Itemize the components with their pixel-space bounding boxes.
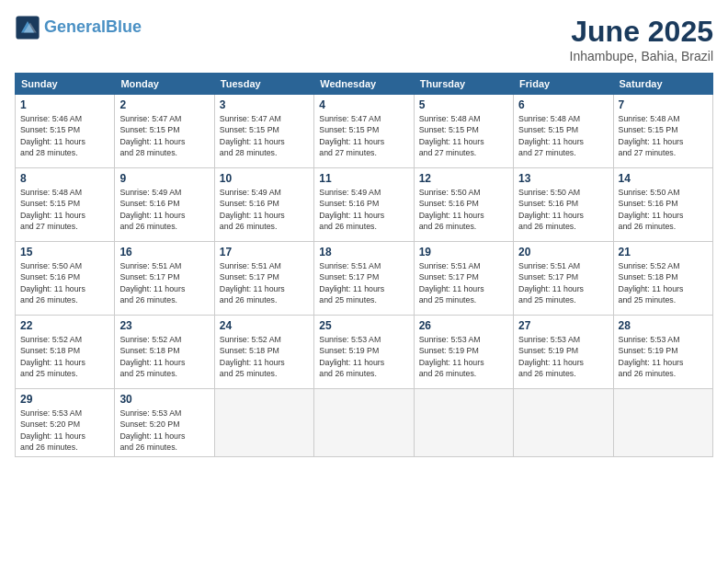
calendar-cell: 24Sunrise: 5:52 AM Sunset: 5:18 PM Dayli… xyxy=(214,316,313,389)
day-info: Sunrise: 5:48 AM Sunset: 5:15 PM Dayligh… xyxy=(20,187,109,232)
day-info: Sunrise: 5:51 AM Sunset: 5:17 PM Dayligh… xyxy=(119,260,209,305)
day-number: 20 xyxy=(518,246,608,259)
calendar-cell: 27Sunrise: 5:53 AM Sunset: 5:19 PM Dayli… xyxy=(514,316,613,389)
week-row-4: 22Sunrise: 5:52 AM Sunset: 5:18 PM Dayli… xyxy=(16,316,713,389)
calendar-cell: 4Sunrise: 5:47 AM Sunset: 5:15 PM Daylig… xyxy=(314,95,414,168)
day-number: 10 xyxy=(220,172,309,185)
day-info: Sunrise: 5:48 AM Sunset: 5:15 PM Dayligh… xyxy=(619,113,708,158)
col-header-saturday: Saturday xyxy=(613,74,712,95)
day-info: Sunrise: 5:53 AM Sunset: 5:20 PM Dayligh… xyxy=(20,408,109,453)
day-number: 26 xyxy=(419,319,508,332)
day-info: Sunrise: 5:49 AM Sunset: 5:16 PM Dayligh… xyxy=(220,187,309,232)
day-number: 16 xyxy=(119,246,209,259)
calendar-cell: 8Sunrise: 5:48 AM Sunset: 5:15 PM Daylig… xyxy=(16,168,115,242)
day-number: 19 xyxy=(419,246,508,259)
col-header-friday: Friday xyxy=(514,74,613,95)
calendar-cell xyxy=(514,389,613,457)
logo-line2: Blue xyxy=(106,17,142,36)
day-number: 24 xyxy=(220,319,309,332)
location: Inhambupe, Bahia, Brazil xyxy=(570,49,713,63)
calendar-cell: 30Sunrise: 5:53 AM Sunset: 5:20 PM Dayli… xyxy=(115,389,214,457)
col-header-tuesday: Tuesday xyxy=(214,74,313,95)
day-info: Sunrise: 5:51 AM Sunset: 5:17 PM Dayligh… xyxy=(220,260,309,305)
day-info: Sunrise: 5:50 AM Sunset: 5:16 PM Dayligh… xyxy=(419,187,508,232)
day-number: 23 xyxy=(119,319,209,332)
day-info: Sunrise: 5:51 AM Sunset: 5:17 PM Dayligh… xyxy=(319,260,408,305)
day-number: 1 xyxy=(20,98,109,111)
calendar: SundayMondayTuesdayWednesdayThursdayFrid… xyxy=(15,73,713,457)
col-header-monday: Monday xyxy=(115,74,214,95)
day-number: 29 xyxy=(20,393,109,406)
day-number: 17 xyxy=(220,246,309,259)
day-info: Sunrise: 5:52 AM Sunset: 5:18 PM Dayligh… xyxy=(220,334,309,379)
day-info: Sunrise: 5:52 AM Sunset: 5:18 PM Dayligh… xyxy=(119,334,209,379)
day-number: 11 xyxy=(319,172,408,185)
day-number: 28 xyxy=(619,319,708,332)
day-number: 25 xyxy=(319,319,408,332)
title-block: June 2025 Inhambupe, Bahia, Brazil xyxy=(570,15,713,63)
calendar-cell: 1Sunrise: 5:46 AM Sunset: 5:15 PM Daylig… xyxy=(16,95,115,168)
page: GeneralBlue June 2025 Inhambupe, Bahia, … xyxy=(0,0,728,563)
day-number: 21 xyxy=(619,246,708,259)
calendar-cell: 13Sunrise: 5:50 AM Sunset: 5:16 PM Dayli… xyxy=(514,168,613,242)
day-info: Sunrise: 5:52 AM Sunset: 5:18 PM Dayligh… xyxy=(619,260,708,305)
calendar-cell xyxy=(613,389,712,457)
day-info: Sunrise: 5:53 AM Sunset: 5:19 PM Dayligh… xyxy=(518,334,608,379)
col-header-thursday: Thursday xyxy=(414,74,513,95)
day-info: Sunrise: 5:52 AM Sunset: 5:18 PM Dayligh… xyxy=(20,334,109,379)
calendar-cell: 26Sunrise: 5:53 AM Sunset: 5:19 PM Dayli… xyxy=(414,316,513,389)
calendar-header-row: SundayMondayTuesdayWednesdayThursdayFrid… xyxy=(16,74,713,95)
day-info: Sunrise: 5:51 AM Sunset: 5:17 PM Dayligh… xyxy=(419,260,508,305)
calendar-cell: 14Sunrise: 5:50 AM Sunset: 5:16 PM Dayli… xyxy=(613,168,712,242)
day-info: Sunrise: 5:49 AM Sunset: 5:16 PM Dayligh… xyxy=(119,187,209,232)
calendar-cell: 28Sunrise: 5:53 AM Sunset: 5:19 PM Dayli… xyxy=(613,316,712,389)
calendar-cell: 3Sunrise: 5:47 AM Sunset: 5:15 PM Daylig… xyxy=(214,95,313,168)
day-number: 12 xyxy=(419,172,508,185)
week-row-5: 29Sunrise: 5:53 AM Sunset: 5:20 PM Dayli… xyxy=(16,389,713,457)
day-info: Sunrise: 5:53 AM Sunset: 5:19 PM Dayligh… xyxy=(319,334,408,379)
day-number: 8 xyxy=(20,172,109,185)
day-number: 3 xyxy=(220,98,309,111)
day-info: Sunrise: 5:50 AM Sunset: 5:16 PM Dayligh… xyxy=(20,260,109,305)
calendar-cell: 25Sunrise: 5:53 AM Sunset: 5:19 PM Dayli… xyxy=(314,316,414,389)
month-title: June 2025 xyxy=(570,15,713,49)
day-info: Sunrise: 5:46 AM Sunset: 5:15 PM Dayligh… xyxy=(20,113,109,158)
calendar-cell: 19Sunrise: 5:51 AM Sunset: 5:17 PM Dayli… xyxy=(414,242,513,316)
col-header-sunday: Sunday xyxy=(16,74,115,95)
day-info: Sunrise: 5:49 AM Sunset: 5:16 PM Dayligh… xyxy=(319,187,408,232)
day-number: 27 xyxy=(518,319,608,332)
day-info: Sunrise: 5:48 AM Sunset: 5:15 PM Dayligh… xyxy=(518,113,608,158)
logo-icon xyxy=(15,15,40,40)
day-number: 7 xyxy=(619,98,708,111)
calendar-cell: 2Sunrise: 5:47 AM Sunset: 5:15 PM Daylig… xyxy=(115,95,214,168)
calendar-cell: 16Sunrise: 5:51 AM Sunset: 5:17 PM Dayli… xyxy=(115,242,214,316)
day-info: Sunrise: 5:53 AM Sunset: 5:19 PM Dayligh… xyxy=(619,334,708,379)
calendar-cell: 29Sunrise: 5:53 AM Sunset: 5:20 PM Dayli… xyxy=(16,389,115,457)
calendar-cell: 15Sunrise: 5:50 AM Sunset: 5:16 PM Dayli… xyxy=(16,242,115,316)
day-number: 9 xyxy=(119,172,209,185)
day-info: Sunrise: 5:50 AM Sunset: 5:16 PM Dayligh… xyxy=(518,187,608,232)
calendar-cell xyxy=(314,389,414,457)
day-number: 22 xyxy=(20,319,109,332)
logo: GeneralBlue xyxy=(15,15,142,40)
day-number: 6 xyxy=(518,98,608,111)
calendar-cell: 21Sunrise: 5:52 AM Sunset: 5:18 PM Dayli… xyxy=(613,242,712,316)
calendar-cell: 7Sunrise: 5:48 AM Sunset: 5:15 PM Daylig… xyxy=(613,95,712,168)
day-number: 15 xyxy=(20,246,109,259)
week-row-3: 15Sunrise: 5:50 AM Sunset: 5:16 PM Dayli… xyxy=(16,242,713,316)
calendar-cell: 22Sunrise: 5:52 AM Sunset: 5:18 PM Dayli… xyxy=(16,316,115,389)
day-number: 18 xyxy=(319,246,408,259)
col-header-wednesday: Wednesday xyxy=(314,74,414,95)
calendar-cell: 18Sunrise: 5:51 AM Sunset: 5:17 PM Dayli… xyxy=(314,242,414,316)
day-info: Sunrise: 5:50 AM Sunset: 5:16 PM Dayligh… xyxy=(619,187,708,232)
header: GeneralBlue June 2025 Inhambupe, Bahia, … xyxy=(15,15,713,63)
calendar-cell: 12Sunrise: 5:50 AM Sunset: 5:16 PM Dayli… xyxy=(414,168,513,242)
logo-line1: General xyxy=(44,17,106,36)
week-row-2: 8Sunrise: 5:48 AM Sunset: 5:15 PM Daylig… xyxy=(16,168,713,242)
day-info: Sunrise: 5:48 AM Sunset: 5:15 PM Dayligh… xyxy=(419,113,508,158)
day-info: Sunrise: 5:47 AM Sunset: 5:15 PM Dayligh… xyxy=(119,113,209,158)
calendar-cell: 17Sunrise: 5:51 AM Sunset: 5:17 PM Dayli… xyxy=(214,242,313,316)
day-info: Sunrise: 5:47 AM Sunset: 5:15 PM Dayligh… xyxy=(319,113,408,158)
week-row-1: 1Sunrise: 5:46 AM Sunset: 5:15 PM Daylig… xyxy=(16,95,713,168)
calendar-cell: 6Sunrise: 5:48 AM Sunset: 5:15 PM Daylig… xyxy=(514,95,613,168)
